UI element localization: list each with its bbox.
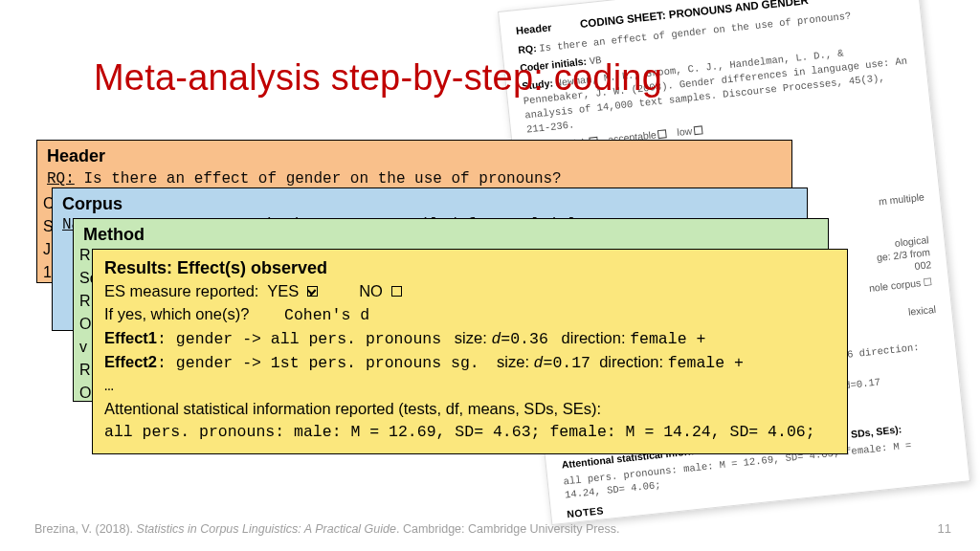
sheet-header-label: Header — [515, 20, 552, 38]
checkbox-icon — [307, 286, 318, 297]
cite-tail: . Cambridge: Cambridge University Press. — [396, 522, 619, 536]
effect1-label: Effect1 — [104, 329, 157, 346]
es-no: NO — [359, 282, 383, 299]
sheet-rq-label: RQ: — [518, 42, 537, 55]
es-label: ES measure reported: — [104, 282, 258, 299]
sheet-frag: 002 — [914, 258, 932, 272]
effect1-size: =0.36 — [501, 330, 548, 348]
rq-text: Is there an effect of gender on the use … — [83, 170, 561, 187]
dir-label: direction: — [599, 353, 663, 370]
effect1-dir: female + — [630, 330, 705, 348]
attn-label: Attentional statistical information repo… — [104, 398, 835, 421]
footer-citation: Brezina, V. (2018). Statistics in Corpus… — [34, 522, 619, 536]
card-header-title: Header — [47, 144, 782, 167]
card-results-title: Results: Effect(s) observed — [104, 255, 835, 280]
which-label: If yes, which one(s)? — [104, 305, 249, 322]
results-dots: … — [104, 375, 835, 398]
effect2-label: Effect2 — [104, 353, 157, 370]
effect2-desc: gender -> 1st pers. pronouns sg. — [176, 354, 479, 372]
slide-title: Meta-analysis step-by-step: coding — [94, 57, 662, 99]
which-val: Cohen's d — [284, 306, 369, 324]
es-yes: YES — [267, 282, 299, 299]
card-corpus-title: Corpus — [62, 192, 797, 215]
checkbox-icon — [657, 129, 667, 139]
effect2-size: =0.17 — [543, 354, 590, 372]
effect1-desc: gender -> all pers. pronouns — [176, 330, 441, 348]
card-results: Results: Effect(s) observed ES measure r… — [92, 249, 848, 454]
cite-book: Statistics in Corpus Linguistics: A Prac… — [137, 522, 396, 536]
size-label: size: — [497, 353, 529, 370]
q-low: low — [677, 124, 693, 138]
checkbox-icon — [391, 286, 402, 297]
dir-label: direction: — [562, 329, 626, 346]
size-label: size: — [455, 329, 487, 346]
checkbox-icon — [694, 125, 703, 135]
cite-author: Brezina, V. (2018). — [34, 522, 137, 536]
page-number: 11 — [938, 521, 951, 536]
card-method-title: Method — [83, 223, 818, 246]
results-stats: all pers. pronouns: male: M = 12.69, SD=… — [104, 421, 835, 444]
effect2-dir: female + — [668, 354, 744, 372]
